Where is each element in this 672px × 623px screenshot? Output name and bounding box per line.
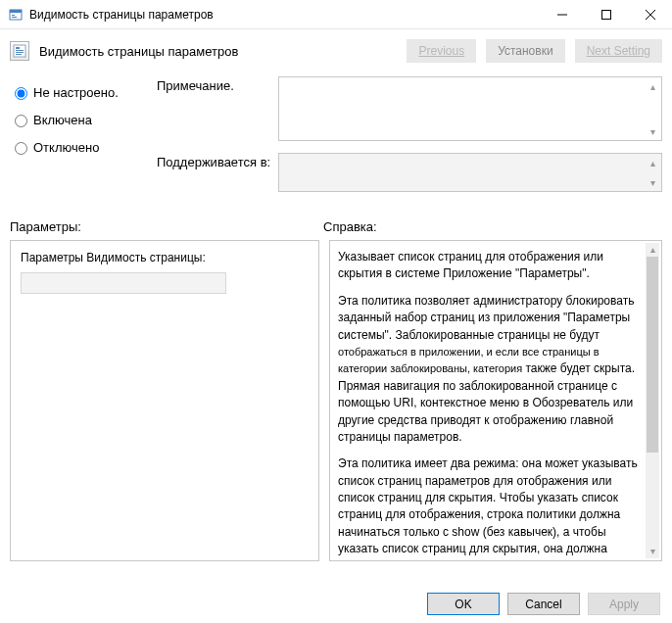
radio-not-configured[interactable]: Не настроено.	[10, 84, 137, 100]
help-paragraph: Указывает список страниц для отображения…	[338, 249, 644, 283]
options-field-label: Параметры Видимость страницы:	[21, 251, 309, 264]
ok-button[interactable]: OK	[427, 593, 500, 615]
titlebar: Видимость страницы параметров	[0, 0, 672, 29]
chevron-up-icon[interactable]: ▴	[646, 156, 659, 169]
help-scrollbar[interactable]: ▴ ▾	[646, 243, 659, 558]
minimize-button[interactable]	[540, 0, 584, 29]
options-section-label: Параметры:	[10, 219, 323, 234]
radio-disabled-input[interactable]	[15, 142, 27, 155]
radio-enabled[interactable]: Включена	[10, 112, 137, 127]
cancel-button[interactable]: Cancel	[507, 593, 580, 615]
radio-disabled-label: Отключено	[33, 140, 99, 155]
middle-nav-button[interactable]: Установки	[486, 39, 564, 63]
header: Видимость страницы параметров Previous У…	[0, 29, 672, 67]
chevron-down-icon[interactable]: ▾	[646, 124, 659, 138]
dialog-buttons: OK Cancel Apply	[427, 593, 660, 615]
comment-textarea[interactable]: ▴ ▾	[278, 76, 662, 141]
page-visibility-input[interactable]	[21, 272, 226, 294]
supported-on-box: ▴ ▾	[278, 153, 662, 192]
chevron-down-icon[interactable]: ▾	[646, 545, 659, 558]
maximize-button[interactable]	[584, 0, 628, 29]
svg-rect-10	[16, 50, 24, 51]
svg-rect-5	[601, 10, 610, 19]
radio-not-configured-input[interactable]	[15, 87, 27, 100]
svg-rect-2	[12, 15, 15, 16]
state-radios: Не настроено. Включена Отключено	[10, 76, 137, 204]
previous-setting-button[interactable]: Previous	[407, 39, 476, 63]
close-button[interactable]	[628, 0, 672, 29]
radio-disabled[interactable]: Отключено	[10, 139, 137, 155]
svg-rect-12	[16, 54, 22, 55]
apply-button[interactable]: Apply	[588, 593, 660, 615]
radio-enabled-input[interactable]	[15, 115, 27, 127]
options-panel: Параметры Видимость страницы:	[10, 240, 319, 561]
policy-icon	[10, 41, 29, 61]
radio-not-configured-label: Не настроено.	[33, 85, 119, 100]
help-panel: Указывает список страниц для отображения…	[329, 240, 662, 561]
supported-label: Поддерживается в:	[157, 153, 272, 192]
svg-rect-1	[10, 10, 22, 13]
app-icon	[8, 7, 24, 23]
svg-rect-9	[16, 47, 20, 49]
window-title: Видимость страницы параметров	[29, 8, 540, 22]
svg-rect-3	[12, 17, 17, 18]
chevron-up-icon[interactable]: ▴	[646, 79, 659, 93]
svg-rect-11	[16, 52, 24, 53]
scrollbar-thumb[interactable]	[647, 257, 658, 453]
header-subtitle: Видимость страницы параметров	[39, 44, 238, 59]
chevron-down-icon[interactable]: ▾	[646, 175, 659, 189]
next-setting-button[interactable]: Next Setting	[575, 39, 662, 63]
radio-enabled-label: Включена	[33, 113, 92, 127]
comment-label: Примечание.	[157, 76, 272, 141]
help-paragraph: Эта политика имеет два режима: она может…	[338, 455, 644, 561]
chevron-up-icon[interactable]: ▴	[646, 243, 659, 257]
help-paragraph: Эта политика позволяет администратору бл…	[338, 293, 644, 447]
help-section-label: Справка:	[323, 219, 662, 234]
